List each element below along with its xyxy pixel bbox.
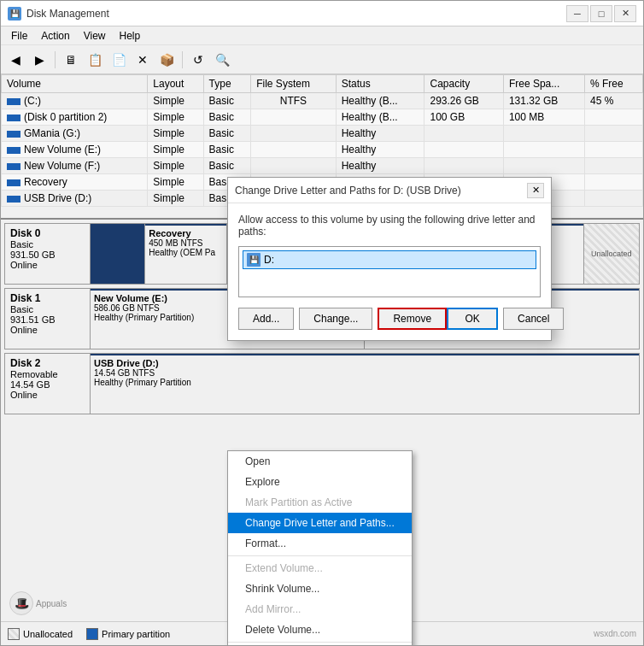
dialog-body: Allow access to this volume by using the…: [228, 203, 551, 340]
dialog-titlebar: Change Drive Letter and Paths for D: (US…: [228, 178, 551, 203]
menu-action[interactable]: Action: [34, 28, 76, 44]
drive-list-item[interactable]: 💾 D:: [243, 250, 536, 269]
titlebar-buttons: ─ □ ✕: [566, 5, 636, 22]
dialog-right-buttons: OK Cancel: [447, 308, 564, 330]
dialog-overlay: Change Drive Letter and Paths for D: (US…: [1, 74, 643, 645]
toolbar-separator-1: [55, 51, 56, 68]
dialog-buttons-row: Add... Change... Remove OK Cancel: [238, 308, 541, 330]
dialog-left-buttons: Add... Change... Remove: [238, 308, 447, 330]
titlebar: 💾 Disk Management ─ □ ✕: [1, 1, 643, 26]
change-button[interactable]: Change...: [299, 308, 372, 330]
dialog-description: Allow access to this volume by using the…: [238, 214, 541, 238]
dialog-title: Change Drive Letter and Paths for D: (US…: [235, 185, 461, 197]
menubar: File Action View Help: [1, 26, 643, 45]
toolbar-btn-3[interactable]: 📄: [108, 49, 130, 71]
maximize-button[interactable]: □: [590, 5, 612, 22]
menu-file[interactable]: File: [4, 28, 34, 44]
cancel-button[interactable]: Cancel: [503, 308, 564, 330]
menu-help[interactable]: Help: [113, 28, 148, 44]
toolbar-btn-6[interactable]: ↺: [187, 49, 209, 71]
toolbar-btn-5[interactable]: 📦: [155, 49, 178, 71]
toolbar-separator-2: [182, 51, 183, 68]
toolbar-btn-7[interactable]: 🔍: [211, 49, 233, 71]
main-content: Volume Layout Type File System Status Ca…: [1, 74, 643, 645]
toolbar-btn-1[interactable]: 🖥: [60, 49, 82, 71]
minimize-button[interactable]: ─: [566, 5, 588, 22]
drive-letter: D:: [264, 254, 274, 266]
ok-button[interactable]: OK: [447, 308, 498, 330]
app-icon: 💾: [8, 7, 21, 21]
toolbar-btn-2[interactable]: 📋: [84, 49, 106, 71]
forward-button[interactable]: ▶: [28, 49, 50, 71]
drive-icon: 💾: [247, 253, 261, 267]
dialog-close-button[interactable]: ✕: [527, 183, 544, 198]
remove-button[interactable]: Remove: [378, 308, 447, 330]
add-button[interactable]: Add...: [238, 308, 294, 330]
menu-view[interactable]: View: [77, 28, 113, 44]
window-title: Disk Management: [26, 8, 109, 20]
close-button[interactable]: ✕: [614, 5, 636, 22]
change-drive-dialog: Change Drive Letter and Paths for D: (US…: [227, 177, 552, 341]
toolbar: ◀ ▶ 🖥 📋 📄 ✕ 📦 ↺ 🔍: [1, 45, 643, 74]
back-button[interactable]: ◀: [4, 49, 26, 71]
toolbar-btn-4[interactable]: ✕: [132, 49, 154, 71]
main-window: 💾 Disk Management ─ □ ✕ File Action View…: [0, 0, 644, 646]
titlebar-left: 💾 Disk Management: [8, 7, 109, 21]
drive-list: 💾 D:: [238, 246, 541, 297]
